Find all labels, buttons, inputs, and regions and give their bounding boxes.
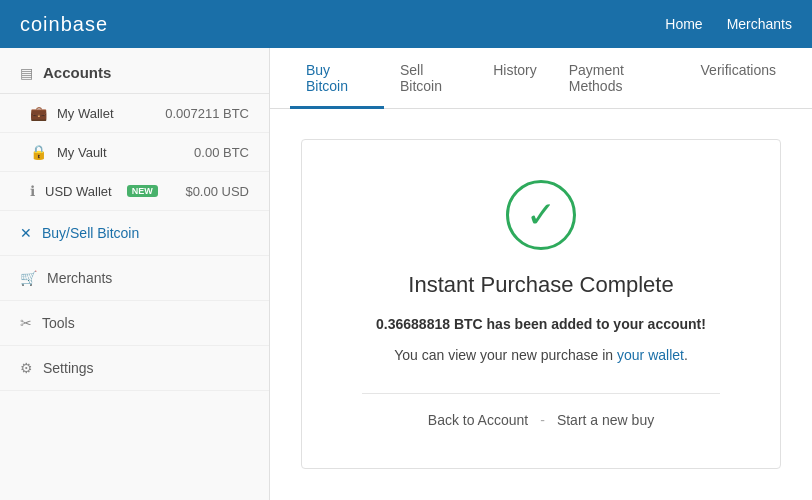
sidebar-item-label-tools: Tools bbox=[42, 315, 75, 331]
tab-verifications[interactable]: Verifications bbox=[685, 48, 792, 109]
content-panel: ✓ Instant Purchase Complete 0.36688818 B… bbox=[270, 109, 812, 500]
sidebar-item-settings[interactable]: ⚙ Settings bbox=[0, 346, 269, 391]
wallet-amount-my-wallet: 0.007211 BTC bbox=[165, 106, 249, 121]
tabs-bar: Buy Bitcoin Sell Bitcoin History Payment… bbox=[270, 48, 812, 109]
new-badge: NEW bbox=[127, 185, 158, 197]
buy-sell-icon: ✕ bbox=[20, 225, 32, 241]
sidebar-wallet-usd[interactable]: ℹ USD Wallet NEW $0.00 USD bbox=[0, 172, 269, 211]
back-to-account-link[interactable]: Back to Account bbox=[428, 412, 528, 428]
wallet-name-my-wallet: My Wallet bbox=[57, 106, 114, 121]
tab-history[interactable]: History bbox=[477, 48, 553, 109]
sidebar-item-tools[interactable]: ✂ Tools bbox=[0, 301, 269, 346]
accounts-label: Accounts bbox=[43, 64, 111, 81]
main-layout: ▤ Accounts 💼 My Wallet 0.007211 BTC 🔒 My… bbox=[0, 48, 812, 500]
success-actions: Back to Account - Start a new buy bbox=[362, 393, 720, 428]
nav-home[interactable]: Home bbox=[665, 16, 702, 32]
success-card: ✓ Instant Purchase Complete 0.36688818 B… bbox=[301, 139, 781, 469]
sidebar: ▤ Accounts 💼 My Wallet 0.007211 BTC 🔒 My… bbox=[0, 48, 270, 500]
sidebar-item-buy-sell[interactable]: ✕ Buy/Sell Bitcoin bbox=[0, 211, 269, 256]
start-new-buy-link[interactable]: Start a new buy bbox=[557, 412, 654, 428]
checkmark-icon: ✓ bbox=[526, 197, 556, 233]
tab-sell-bitcoin[interactable]: Sell Bitcoin bbox=[384, 48, 477, 109]
success-icon-circle: ✓ bbox=[506, 180, 576, 250]
vault-icon: 🔒 bbox=[30, 144, 47, 160]
tab-buy-bitcoin[interactable]: Buy Bitcoin bbox=[290, 48, 384, 109]
merchants-icon: 🛒 bbox=[20, 270, 37, 286]
wallet-name-usd: USD Wallet bbox=[45, 184, 112, 199]
nav-merchants[interactable]: Merchants bbox=[727, 16, 792, 32]
your-wallet-link[interactable]: your wallet bbox=[617, 347, 684, 363]
wallet-amount-usd: $0.00 USD bbox=[185, 184, 249, 199]
settings-icon: ⚙ bbox=[20, 360, 33, 376]
tools-icon: ✂ bbox=[20, 315, 32, 331]
sidebar-item-label-buy-sell: Buy/Sell Bitcoin bbox=[42, 225, 139, 241]
accounts-icon: ▤ bbox=[20, 65, 33, 81]
logo: coinbase bbox=[20, 13, 108, 36]
sidebar-item-label-merchants: Merchants bbox=[47, 270, 112, 286]
wallet-icon: 💼 bbox=[30, 105, 47, 121]
top-nav-links: Home Merchants bbox=[665, 16, 792, 32]
success-title: Instant Purchase Complete bbox=[362, 272, 720, 298]
success-amount-text: 0.36688818 BTC has been added to your ac… bbox=[362, 314, 720, 335]
sidebar-wallet-my-wallet[interactable]: 💼 My Wallet 0.007211 BTC bbox=[0, 94, 269, 133]
sidebar-wallet-my-vault[interactable]: 🔒 My Vault 0.00 BTC bbox=[0, 133, 269, 172]
top-nav: coinbase Home Merchants bbox=[0, 0, 812, 48]
usd-icon: ℹ bbox=[30, 183, 35, 199]
sidebar-item-label-settings: Settings bbox=[43, 360, 94, 376]
sidebar-accounts-header: ▤ Accounts bbox=[0, 48, 269, 94]
content-area: Buy Bitcoin Sell Bitcoin History Payment… bbox=[270, 48, 812, 500]
wallet-amount-my-vault: 0.00 BTC bbox=[194, 145, 249, 160]
wallet-name-my-vault: My Vault bbox=[57, 145, 107, 160]
sidebar-item-merchants[interactable]: 🛒 Merchants bbox=[0, 256, 269, 301]
view-prefix: You can view your new purchase in bbox=[394, 347, 617, 363]
success-view-text: You can view your new purchase in your w… bbox=[362, 347, 720, 363]
action-separator: - bbox=[540, 412, 545, 428]
view-suffix: . bbox=[684, 347, 688, 363]
tab-payment-methods[interactable]: Payment Methods bbox=[553, 48, 685, 109]
